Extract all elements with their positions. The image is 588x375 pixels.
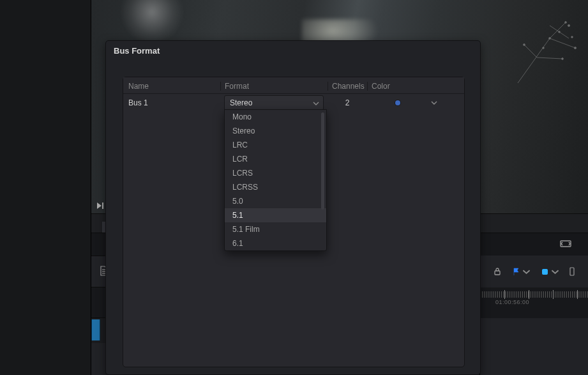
column-header-name: Name [123,82,220,91]
chevron-down-icon [313,100,319,107]
svg-point-8 [574,47,576,49]
bus-color-cell[interactable] [367,100,464,106]
svg-rect-22 [570,268,574,275]
color-swatch [395,100,400,105]
format-dropdown-list[interactable]: MonoStereoLRCLCRLCRSLCRSS5.05.15.1 Film6… [224,109,327,251]
chevron-down-icon [522,268,531,276]
svg-line-2 [550,22,566,38]
bus-format-cell: Stereo [220,95,328,111]
svg-point-7 [565,22,567,24]
format-option[interactable]: LCRSS [225,180,326,194]
format-option[interactable]: Mono [225,110,326,124]
format-dropdown[interactable]: Stereo [224,95,324,111]
column-header-format: Format [220,82,328,91]
column-header-channels: Channels [328,82,367,91]
dialog-title: Bus Format [106,41,480,61]
svg-line-1 [550,26,569,38]
format-option[interactable]: LRC [225,138,326,152]
format-option[interactable]: LCR [225,152,326,166]
right-lower-panel [480,318,588,375]
left-gutter [0,0,91,375]
svg-line-3 [550,38,575,48]
flag-teal-button[interactable] [538,265,562,279]
chevron-down-icon [431,100,437,106]
timeline-clip[interactable] [91,319,100,341]
svg-point-14 [571,36,573,38]
svg-line-0 [518,38,550,83]
svg-line-4 [537,57,562,59]
bus-name-cell[interactable]: Bus 1 [123,98,220,107]
svg-point-10 [524,44,525,46]
svg-point-11 [549,38,551,40]
format-option[interactable]: LCRS [225,166,326,180]
table-header: Name Format Channels Color [123,77,464,94]
format-option[interactable]: 5.0 [225,194,326,208]
format-option[interactable]: 5.1 [225,208,326,222]
svg-point-13 [543,47,545,49]
right-toolbar [480,256,588,287]
bus-format-dialog: Bus Format Name Format Channels Color Bu… [105,40,481,375]
svg-point-12 [559,31,561,33]
column-header-color: Color [367,82,464,91]
svg-rect-21 [542,269,548,275]
preview-ambient-branch [505,13,582,89]
format-option[interactable]: Stereo [225,124,326,138]
flag-blue-button[interactable] [509,265,533,279]
svg-rect-20 [495,271,500,275]
tool-extra-button[interactable] [567,264,577,279]
timecode-ruler[interactable]: 01:00:56:00 [480,287,588,318]
svg-point-9 [562,58,564,60]
format-option[interactable]: 6.1 [225,236,326,250]
timecode-label: 01:00:56:00 [495,299,529,305]
chevron-down-icon [551,268,559,276]
svg-rect-15 [102,203,103,209]
svg-point-6 [568,24,569,26]
expand-icon[interactable] [560,240,571,248]
dialog-body: Name Format Channels Color Bus 1 Stereo … [123,77,465,367]
scrollbar-thumb[interactable] [321,112,324,210]
bus-channels-cell: 2 [328,98,367,107]
ruler-ticks-major [480,290,588,299]
lock-button[interactable] [490,264,504,279]
skip-next-icon[interactable] [96,201,105,210]
format-option[interactable]: 5.1 Film [225,222,326,236]
app-root: 01:00:56:00 Bus Format Name Format Chann… [0,0,588,375]
format-dropdown-value: Stereo [230,98,252,107]
svg-line-5 [524,45,537,57]
svg-rect-16 [561,241,571,247]
